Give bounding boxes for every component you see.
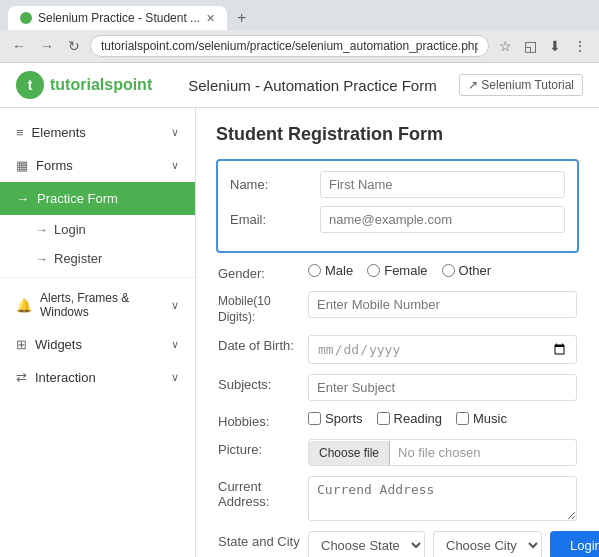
sidebar-item-interaction[interactable]: ⇄ Interaction ∨ <box>0 361 195 394</box>
chevron-down-icon: ∨ <box>171 126 179 139</box>
sidebar-item-widgets[interactable]: ⊞ Widgets ∨ <box>0 328 195 361</box>
city-select[interactable]: Choose City <box>433 531 542 557</box>
dob-row: Date of Birth: <box>216 335 579 364</box>
arrow-right-icon: → <box>36 223 48 237</box>
mobile-label: Mobile(10 Digits): <box>218 291 308 325</box>
gender-radio-group: Male Female Other <box>308 263 491 278</box>
hobby-music-option[interactable]: Music <box>456 411 507 426</box>
arrow-right-icon: → <box>36 252 48 266</box>
arrow-right-icon: → <box>16 191 29 206</box>
sidebar-item-practice-form[interactable]: → Practice Form <box>0 182 195 215</box>
address-input[interactable] <box>90 35 489 57</box>
widgets-icon: ⊞ <box>16 337 27 352</box>
sidebar-item-elements[interactable]: ≡ Elements ∨ <box>0 116 195 149</box>
bell-icon: 🔔 <box>16 298 32 313</box>
name-row: Name: <box>230 171 565 198</box>
chevron-down-icon: ∨ <box>171 338 179 351</box>
toolbar-icons: ☆ ◱ ⬇ ⋮ <box>495 36 591 56</box>
menu-button[interactable]: ⋮ <box>569 36 591 56</box>
hobbies-row: Hobbies: Sports Reading Music <box>216 411 579 429</box>
hobby-sports-label: Sports <box>325 411 363 426</box>
forward-button[interactable]: → <box>36 36 58 56</box>
hobby-music-label: Music <box>473 411 507 426</box>
bookmark-button[interactable]: ☆ <box>495 36 516 56</box>
app-title: Selenium - Automation Practice Form <box>188 77 436 94</box>
tab-close-button[interactable]: ✕ <box>206 12 215 25</box>
address-label: Current Address: <box>218 476 308 509</box>
sidebar: ≡ Elements ∨ ▦ Forms ∨ → Practice Form →… <box>0 108 196 557</box>
address-bar: ← → ↻ ☆ ◱ ⬇ ⋮ <box>0 30 599 62</box>
name-email-container: Name: Email: <box>216 159 579 253</box>
picture-row: Picture: Choose file No file chosen <box>216 439 579 466</box>
gender-other-label: Other <box>459 263 492 278</box>
subjects-label: Subjects: <box>218 374 308 392</box>
state-city-row: State and City Choose State Choose City … <box>216 531 579 557</box>
gender-male-label: Male <box>325 263 353 278</box>
file-input-area: Choose file No file chosen <box>308 439 577 466</box>
hobby-sports-checkbox[interactable] <box>308 412 321 425</box>
mobile-input[interactable] <box>308 291 577 318</box>
address-textarea[interactable] <box>308 476 577 521</box>
active-tab[interactable]: Selenium Practice - Student ... ✕ <box>8 6 227 30</box>
tab-favicon <box>20 12 32 24</box>
login-button[interactable]: Login <box>550 531 599 557</box>
sidebar-item-label: Login <box>54 222 86 237</box>
browser-chrome: Selenium Practice - Student ... ✕ + ← → … <box>0 0 599 63</box>
form-title: Student Registration Form <box>216 124 579 145</box>
state-city-label: State and City <box>218 531 308 549</box>
address-row: Current Address: <box>216 476 579 521</box>
sidebar-item-login[interactable]: → Login <box>0 215 195 244</box>
selenium-tutorial-link[interactable]: ↗ Selenium Tutorial <box>459 74 583 96</box>
back-button[interactable]: ← <box>8 36 30 56</box>
email-input[interactable] <box>320 206 565 233</box>
state-select[interactable]: Choose State <box>308 531 425 557</box>
name-input[interactable] <box>320 171 565 198</box>
hobby-reading-label: Reading <box>394 411 442 426</box>
gender-other-option[interactable]: Other <box>442 263 492 278</box>
sidebar-item-register[interactable]: → Register <box>0 244 195 273</box>
refresh-button[interactable]: ↻ <box>64 36 84 56</box>
mobile-row: Mobile(10 Digits): <box>216 291 579 325</box>
download-button[interactable]: ⬇ <box>545 36 565 56</box>
logo-text-normal: tutorials <box>50 76 113 93</box>
sidebar-item-label: Widgets <box>35 337 82 352</box>
gender-male-radio[interactable] <box>308 264 321 277</box>
choose-file-button[interactable]: Choose file <box>309 441 390 465</box>
main-layout: ≡ Elements ∨ ▦ Forms ∨ → Practice Form →… <box>0 108 599 557</box>
extensions-button[interactable]: ◱ <box>520 36 541 56</box>
sidebar-item-alerts[interactable]: 🔔 Alerts, Frames & Windows ∨ <box>0 282 195 328</box>
content-area: Student Registration Form Name: Email: G… <box>196 108 599 557</box>
sidebar-item-forms[interactable]: ▦ Forms ∨ <box>0 149 195 182</box>
tab-title: Selenium Practice - Student ... <box>38 11 200 25</box>
gender-female-option[interactable]: Female <box>367 263 427 278</box>
gender-other-radio[interactable] <box>442 264 455 277</box>
elements-icon: ≡ <box>16 125 24 140</box>
sidebar-item-label: Elements <box>32 125 86 140</box>
forms-icon: ▦ <box>16 158 28 173</box>
chevron-down-icon: ∨ <box>171 159 179 172</box>
sidebar-item-label: Register <box>54 251 102 266</box>
chevron-down-icon: ∨ <box>171 371 179 384</box>
hobby-reading-checkbox[interactable] <box>377 412 390 425</box>
gender-female-label: Female <box>384 263 427 278</box>
hobby-music-checkbox[interactable] <box>456 412 469 425</box>
sidebar-item-label: Interaction <box>35 370 96 385</box>
subjects-row: Subjects: <box>216 374 579 401</box>
subjects-input[interactable] <box>308 374 577 401</box>
logo-text-accent: point <box>113 76 152 93</box>
sidebar-item-label: Forms <box>36 158 73 173</box>
dob-input[interactable] <box>308 335 577 364</box>
hobby-reading-option[interactable]: Reading <box>377 411 442 426</box>
gender-label: Gender: <box>218 263 308 281</box>
app-header: t tutorialspoint Selenium - Automation P… <box>0 63 599 108</box>
logo-area: t tutorialspoint <box>16 71 152 99</box>
new-tab-button[interactable]: + <box>231 7 252 29</box>
name-label: Name: <box>230 177 320 192</box>
hobbies-checkbox-group: Sports Reading Music <box>308 411 507 426</box>
logo-text: tutorialspoint <box>50 76 152 94</box>
gender-male-option[interactable]: Male <box>308 263 353 278</box>
chevron-down-icon: ∨ <box>171 299 179 312</box>
hobbies-label: Hobbies: <box>218 411 308 429</box>
hobby-sports-option[interactable]: Sports <box>308 411 363 426</box>
gender-female-radio[interactable] <box>367 264 380 277</box>
